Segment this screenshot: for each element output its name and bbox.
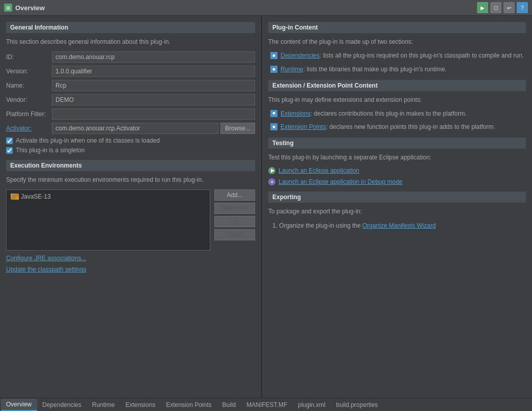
extension-content-list: ■ Extensions: declares contributions thi… xyxy=(268,109,526,132)
browse-button[interactable]: Browse... xyxy=(220,123,255,134)
vendor-label: Vendor: xyxy=(6,96,52,103)
overview-icon: ⊞ xyxy=(4,4,12,12)
execution-environments-section: Execution Environments Specify the minim… xyxy=(6,160,255,273)
plugin-content-list: ■ Dependencies: lists all the plug-ins r… xyxy=(268,51,526,74)
activator-row: Activator: Browse... xyxy=(6,123,255,134)
name-label: Name: xyxy=(6,82,52,89)
exporting-header: Exporting xyxy=(268,191,526,203)
platform-filter-input[interactable] xyxy=(52,108,255,120)
extensions-suffix: : declares contributions this plug-in ma… xyxy=(311,110,467,117)
name-input[interactable] xyxy=(52,80,255,91)
down-button[interactable]: Down xyxy=(214,229,255,240)
dependencies-item-text: Dependencies: lists all the plug-ins req… xyxy=(281,51,524,60)
export-step1: 1. Organize the plug-in using the Organi… xyxy=(272,222,436,229)
organize-manifests-link[interactable]: Organize Manifests Wizard xyxy=(362,222,436,229)
bottom-tab-extensions[interactable]: Extensions xyxy=(120,399,161,410)
bottom-tab-build[interactable]: Build xyxy=(217,399,242,410)
vendor-input[interactable] xyxy=(52,94,255,105)
extension-points-suffix: : declares new function points this plug… xyxy=(326,123,495,130)
plugin-content-header: Plug-in Content xyxy=(268,22,526,33)
execution-env-header: Execution Environments xyxy=(6,160,255,171)
extensions-icon: ■ xyxy=(270,110,277,117)
launch-item: Launch an Eclipse application xyxy=(268,167,526,174)
bottom-tab-buildproperties[interactable]: build.properties xyxy=(331,399,383,410)
singleton-checkbox-label: This plug-in is a singleton xyxy=(16,147,85,154)
extension-content-header: Extension / Extension Point Content xyxy=(268,80,526,91)
version-label: Version: xyxy=(6,68,52,75)
title-left: ⊞ Overview xyxy=(4,4,45,12)
platform-filter-row: Platform Filter: xyxy=(6,108,255,120)
debug-eclipse-link[interactable]: Launch an Eclipse application in Debug m… xyxy=(278,178,403,185)
extension-points-icon: ■ xyxy=(270,123,277,130)
right-panel: Plug-in Content The content of the plug-… xyxy=(262,16,532,398)
activate-checkbox[interactable] xyxy=(6,138,13,144)
singleton-checkbox[interactable] xyxy=(6,147,13,154)
launch-eclipse-link[interactable]: Launch an Eclipse application xyxy=(278,167,359,174)
debug-icon: ✦ xyxy=(268,178,275,185)
java-icon xyxy=(11,194,19,200)
env-item-label: JavaSE-13 xyxy=(21,193,51,200)
list-item: JavaSE-13 xyxy=(9,192,208,201)
launch-icon xyxy=(268,167,275,174)
configure-jre-link[interactable]: Configure JRE associations... xyxy=(6,255,86,262)
update-classpath-row: Update the classpath settings xyxy=(6,266,255,273)
activate-checkbox-label: Activate this plug-in when one of its cl… xyxy=(16,137,160,144)
version-input[interactable] xyxy=(52,66,255,77)
checkbox1-row: Activate this plug-in when one of its cl… xyxy=(6,137,255,144)
up-button[interactable]: Up xyxy=(214,216,255,227)
id-label: ID: xyxy=(6,53,52,61)
bottom-tab-overview[interactable]: Overview xyxy=(1,399,37,411)
remove-button[interactable]: Remove xyxy=(214,203,255,214)
activator-link[interactable]: Activator: xyxy=(6,125,52,132)
testing-header: Testing xyxy=(268,138,526,149)
nav-action-btn[interactable]: ↩ xyxy=(503,2,515,13)
list-item: ■ Dependencies: lists all the plug-ins r… xyxy=(270,51,526,60)
extension-points-link[interactable]: Extension Points xyxy=(281,123,326,130)
general-info-description: This section describes general informati… xyxy=(6,37,255,46)
bottom-tab-runtime[interactable]: Runtime xyxy=(87,399,121,410)
env-list-area: JavaSE-13 Add... Remove Up Down xyxy=(6,189,255,251)
main-content: General Information This section describ… xyxy=(0,16,532,398)
name-row: Name: xyxy=(6,80,255,91)
bottom-tab-manifestmf[interactable]: MANIFEST.MF xyxy=(241,399,293,410)
bottom-tab-dependencies[interactable]: Dependencies xyxy=(37,399,87,410)
vendor-row: Vendor: xyxy=(6,94,255,105)
export-list: 1. Organize the plug-in using the Organi… xyxy=(268,221,526,230)
extensions-link[interactable]: Extensions xyxy=(281,110,311,117)
left-panel: General Information This section describ… xyxy=(0,16,262,398)
update-classpath-link[interactable]: Update the classpath settings xyxy=(6,266,86,273)
title-bar: ⊞ Overview ▶ ⬡ ↩ ? xyxy=(0,0,532,16)
configure-jre-row: Configure JRE associations... xyxy=(6,255,255,262)
page-title: Overview xyxy=(15,4,45,12)
runtime-suffix: : lists the libraries that make up this … xyxy=(303,66,447,73)
extensions-item-text: Extensions: declares contributions this … xyxy=(281,109,467,118)
add-button[interactable]: Add... xyxy=(214,189,255,201)
runtime-icon: ■ xyxy=(270,66,277,73)
help-action-btn[interactable]: ? xyxy=(517,2,528,13)
bottom-tab-extension-points[interactable]: Extension Points xyxy=(161,399,217,410)
dependencies-link[interactable]: Dependencies xyxy=(281,52,320,59)
platform-filter-label: Platform Filter: xyxy=(6,111,52,118)
env-buttons: Add... Remove Up Down xyxy=(214,189,255,251)
dependencies-suffix: : lists all the plug-ins required on thi… xyxy=(320,52,524,59)
general-info-header: General Information xyxy=(6,22,255,33)
dependencies-icon: ■ xyxy=(270,52,277,59)
runtime-link[interactable]: Runtime xyxy=(281,66,303,73)
extension-points-item-text: Extension Points: declares new function … xyxy=(281,123,495,131)
debug-item: ✦ Launch an Eclipse application in Debug… xyxy=(268,178,526,185)
launch-action-btn[interactable]: ▶ xyxy=(477,2,488,13)
list-item: ■ Extensions: declares contributions thi… xyxy=(270,109,526,118)
debug-action-btn[interactable]: ⬡ xyxy=(490,2,501,13)
plugin-content-description: The content of the plug-in is made up of… xyxy=(268,37,526,46)
env-list: JavaSE-13 xyxy=(6,189,210,251)
execution-env-description: Specify the minimum execution environmen… xyxy=(6,175,255,184)
title-actions: ▶ ⬡ ↩ ? xyxy=(477,2,528,13)
id-input[interactable] xyxy=(52,51,255,63)
bottom-tab-pluginxml[interactable]: plugin.xml xyxy=(293,399,331,410)
exporting-description: To package and export the plug-in: xyxy=(268,207,526,216)
list-item: ■ Runtime: lists the libraries that make… xyxy=(270,65,526,74)
runtime-item-text: Runtime: lists the libraries that make u… xyxy=(281,65,446,74)
extension-content-description: This plug-in may define extensions and e… xyxy=(268,95,526,104)
list-item: ■ Extension Points: declares new functio… xyxy=(270,123,526,131)
activator-input[interactable] xyxy=(52,123,218,134)
